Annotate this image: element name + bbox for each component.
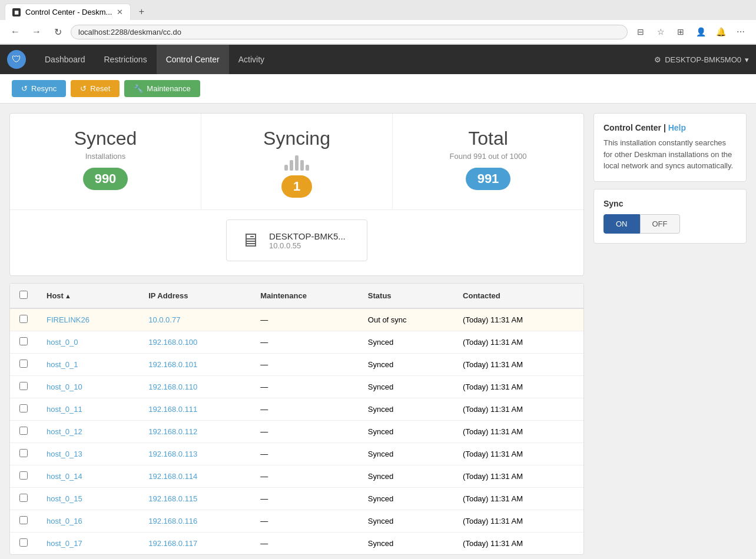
tab-close-button[interactable]: ✕ [117,8,123,16]
main-content: Synced Installations 990 Syncing 1 [0,104,756,559]
device-card: 🖥 DESKTOP-BMK5... 10.0.0.55 [226,219,367,261]
ip-link[interactable]: 192.168.0.114 [148,472,197,481]
total-subtitle: Found 991 out of 1000 [402,152,574,161]
ip-cell: 192.168.0.115 [139,488,251,510]
tab-favicon: ◼ [12,8,21,16]
host-link[interactable]: host_0_11 [47,405,82,414]
row-checkbox[interactable] [19,315,28,323]
ip-link[interactable]: 192.168.0.115 [148,494,197,503]
profile-icon[interactable]: 👤 [692,24,709,40]
refresh-button[interactable]: ↻ [49,24,66,40]
status-col-header[interactable]: Status [359,284,453,308]
row-checkbox[interactable] [19,494,28,502]
table-row: host_0_12 192.168.0.112 — Synced (Today)… [10,421,583,443]
resync-button[interactable]: ↺ Resync [12,80,66,97]
nav-item-restrictions[interactable]: Restrictions [95,45,157,74]
nav-item-control-center[interactable]: Control Center [157,45,229,74]
row-checkbox-cell [10,510,37,533]
ip-link[interactable]: 10.0.0.77 [148,315,180,324]
synced-title: Synced [19,128,191,149]
row-checkbox[interactable] [19,427,28,435]
stats-panel: Synced Installations 990 Syncing 1 [9,113,584,276]
contacted-cell: (Today) 11:31 AM [453,533,583,555]
nav-item-dashboard[interactable]: Dashboard [35,45,95,74]
ip-link[interactable]: 192.168.0.101 [148,360,197,369]
host-link[interactable]: host_0_12 [47,427,82,436]
table-row: host_0_0 192.168.0.100 — Synced (Today) … [10,331,583,354]
ip-cell: 192.168.0.101 [139,354,251,376]
ip-link[interactable]: 192.168.0.113 [148,450,197,458]
ip-cell: 192.168.0.116 [139,510,251,533]
ip-link[interactable]: 192.168.0.116 [148,517,197,525]
sync-card: Sync ON OFF [593,189,747,244]
forward-button[interactable]: → [28,24,45,40]
host-link[interactable]: host_0_10 [47,382,82,391]
bookmark-icon[interactable]: ☆ [652,24,669,40]
total-title: Total [402,128,574,149]
reader-mode-icon[interactable]: ⊟ [632,24,649,40]
row-checkbox[interactable] [19,471,28,480]
host-link[interactable]: host_0_13 [47,450,82,458]
host-link[interactable]: host_0_15 [47,494,82,503]
select-all-checkbox[interactable] [19,291,28,299]
row-checkbox-cell [10,376,37,398]
app-logo: 🛡 [7,50,26,69]
status-cell: Synced [359,510,453,533]
row-checkbox[interactable] [19,449,28,457]
status-cell: Synced [359,443,453,465]
reset-button[interactable]: ↺ Reset [71,80,120,97]
ip-link[interactable]: 192.168.0.112 [148,427,197,436]
menu-icon[interactable]: ⋯ [732,24,749,40]
host-cell: host_0_11 [37,398,139,421]
back-button[interactable]: ← [7,24,24,40]
notifications-icon[interactable]: 🔔 [712,24,729,40]
ip-link[interactable]: 192.168.0.117 [148,539,197,548]
host-link[interactable]: FIRELINK26 [47,315,89,324]
maintenance-col-header[interactable]: Maintenance [251,284,359,308]
host-link[interactable]: host_0_14 [47,472,82,481]
new-tab-button[interactable]: + [133,4,150,20]
row-checkbox[interactable] [19,404,28,412]
ip-link[interactable]: 192.168.0.100 [148,338,197,347]
row-checkbox[interactable] [19,337,28,345]
sync-off-button[interactable]: OFF [640,214,680,234]
status-cell: Synced [359,376,453,398]
table-row: host_0_10 192.168.0.110 — Synced (Today)… [10,376,583,398]
row-checkbox[interactable] [19,360,28,368]
host-col-header[interactable]: Host▲ [37,284,139,308]
syncing-title: Syncing [211,128,383,149]
syncing-stat: Syncing 1 [201,114,392,209]
row-checkbox-cell [10,308,37,331]
ip-col-header[interactable]: IP Address [139,284,251,308]
contacted-col-header[interactable]: Contacted [453,284,583,308]
ip-link[interactable]: 192.168.0.110 [148,382,197,391]
table-row: host_0_14 192.168.0.114 — Synced (Today)… [10,465,583,488]
sync-on-button[interactable]: ON [604,214,640,234]
host-link[interactable]: host_0_0 [47,338,78,347]
maintenance-button[interactable]: 🔧 Maintenance [124,80,200,97]
ip-cell: 192.168.0.100 [139,331,251,354]
table-row: host_0_15 192.168.0.115 — Synced (Today)… [10,488,583,510]
settings-dropdown[interactable]: ⚙ DESKTOP-BMK5MO0 ▾ [654,55,749,64]
maintenance-cell: — [251,421,359,443]
row-checkbox-cell [10,533,37,555]
host-link[interactable]: host_0_16 [47,517,82,525]
ip-link[interactable]: 192.168.0.111 [148,405,197,414]
table-row: host_0_16 192.168.0.116 — Synced (Today)… [10,510,583,533]
row-checkbox[interactable] [19,516,28,524]
row-checkbox-cell [10,331,37,354]
select-all-col [10,284,37,308]
toolbar-actions: ⊟ ☆ ⊞ 👤 🔔 ⋯ [632,24,749,40]
row-checkbox-cell [10,354,37,376]
row-checkbox[interactable] [19,382,28,390]
help-link[interactable]: Help [668,123,686,132]
row-checkbox[interactable] [19,538,28,547]
host-link[interactable]: host_0_17 [47,539,82,548]
extensions-icon[interactable]: ⊞ [672,24,689,40]
host-link[interactable]: host_0_1 [47,360,78,369]
nav-item-activity[interactable]: Activity [229,45,274,74]
row-checkbox-cell [10,443,37,465]
contacted-cell: (Today) 11:31 AM [453,443,583,465]
host-cell: host_0_10 [37,376,139,398]
address-bar[interactable] [71,25,628,39]
